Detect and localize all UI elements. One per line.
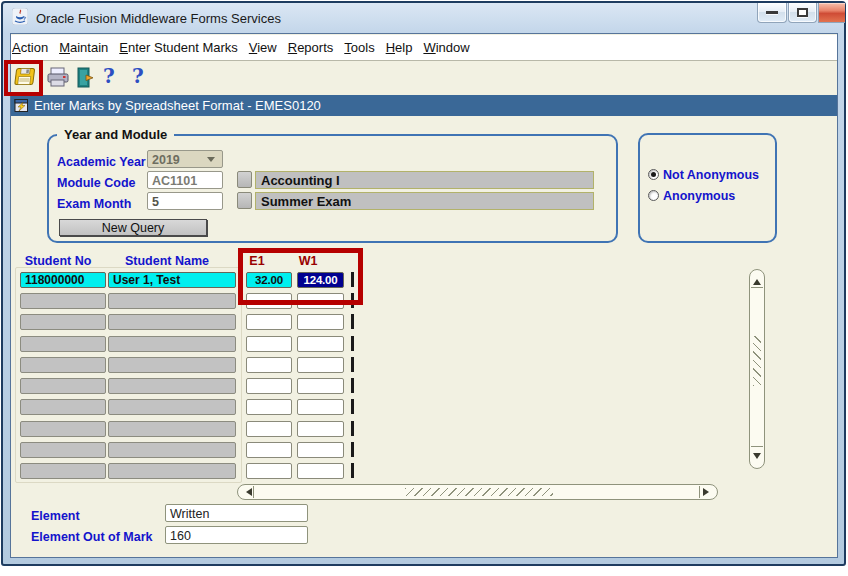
scroll-left-icon[interactable] (242, 488, 252, 496)
print-icon[interactable] (46, 67, 70, 93)
menu-window[interactable]: Window (423, 40, 469, 55)
close-button[interactable] (818, 3, 845, 23)
student-name-cell[interactable] (108, 336, 236, 352)
w1-mark-cell[interactable] (297, 399, 344, 415)
w1-mark-cell[interactable] (297, 336, 344, 352)
menu-reports[interactable]: Reports (288, 40, 334, 55)
next-column-edge (351, 442, 354, 457)
student-name-cell[interactable] (108, 314, 236, 330)
next-column-edge (351, 357, 354, 372)
menu-view[interactable]: View (249, 40, 277, 55)
student-no-cell[interactable] (20, 421, 106, 437)
form-titlebar: Enter Marks by Spreadsheet Format - EMES… (11, 95, 837, 116)
w1-mark-cell[interactable] (297, 442, 344, 458)
element-out-of-mark-label: Element Out of Mark (31, 530, 153, 544)
student-no-cell[interactable] (20, 314, 106, 330)
w1-mark-cell[interactable] (297, 463, 344, 479)
next-column-edge (351, 378, 354, 393)
element-out-of-mark-field[interactable]: 160 (165, 526, 308, 544)
menu-maintain[interactable]: Maintain (59, 40, 108, 55)
student-name-cell[interactable] (108, 463, 236, 479)
column-header-student-name: Student Name (103, 254, 231, 268)
scroll-up-icon[interactable] (753, 275, 761, 285)
student-name-cell[interactable] (108, 378, 236, 394)
menu-enter-student-marks[interactable]: Enter Student Marks (119, 40, 238, 55)
anonymity-groupbox (638, 133, 777, 243)
window-title: Oracle Fusion Middleware Forms Services (36, 11, 281, 26)
year-module-group-title: Year and Module (57, 127, 174, 142)
w1-mark-cell[interactable] (297, 314, 344, 330)
not-anonymous-label: Not Anonymous (663, 168, 759, 182)
anonymous-radio[interactable] (648, 190, 659, 201)
e1-mark-cell[interactable] (246, 314, 292, 330)
new-query-button[interactable]: New Query (59, 219, 207, 236)
student-no-cell[interactable] (20, 357, 106, 373)
exam-month-lov-button[interactable] (237, 192, 252, 209)
scrollbar-grip[interactable] (405, 488, 553, 496)
student-no-cell[interactable] (20, 336, 106, 352)
e1-mark-cell[interactable] (246, 399, 292, 415)
minimize-button[interactable] (757, 3, 787, 23)
not-anonymous-radio[interactable] (648, 169, 659, 180)
chevron-down-icon[interactable] (207, 157, 215, 166)
student-name-cell[interactable] (108, 293, 236, 309)
e1-mark-cell[interactable] (246, 336, 292, 352)
radio-dot (651, 172, 656, 177)
e1-mark-cell[interactable] (246, 463, 292, 479)
student-no-cell[interactable] (20, 399, 106, 415)
anonymous-label: Anonymous (663, 189, 735, 203)
scrollbar-thumb-right (699, 486, 700, 498)
student-no-cell[interactable] (20, 378, 106, 394)
scrollbar-grip[interactable] (753, 336, 761, 386)
scroll-down-icon[interactable] (753, 453, 761, 463)
next-column-edge (351, 314, 354, 329)
exit-icon[interactable] (75, 66, 99, 94)
module-code-field[interactable]: AC1101 (147, 171, 223, 189)
student-no-cell[interactable]: 118000000 (20, 272, 106, 288)
menu-help[interactable]: Help (386, 40, 413, 55)
form-title: Enter Marks by Spreadsheet Format - EMES… (34, 98, 321, 113)
menu-bar: Action Maintain Enter Student Marks View… (11, 35, 837, 61)
exam-month-field[interactable]: 5 (147, 192, 223, 210)
menu-tools[interactable]: Tools (344, 40, 374, 55)
student-name-cell[interactable]: User 1, Test (108, 272, 236, 288)
screenshot-root: Oracle Fusion Middleware Forms Services … (0, 0, 848, 576)
exam-month-label: Exam Month (57, 197, 131, 211)
w1-mark-cell[interactable] (297, 421, 344, 437)
next-column-edge (351, 336, 354, 351)
student-name-cell[interactable] (108, 399, 236, 415)
student-no-cell[interactable] (20, 442, 106, 458)
element-field[interactable]: Written (165, 504, 308, 522)
maximize-button[interactable] (788, 3, 817, 23)
java-icon (12, 8, 28, 29)
restore-icon (797, 8, 808, 17)
menu-action[interactable]: Action (12, 40, 48, 55)
vertical-scrollbar[interactable] (749, 269, 765, 469)
student-no-cell[interactable] (20, 293, 106, 309)
annotation-box-marks (238, 248, 363, 305)
e1-mark-cell[interactable] (246, 378, 292, 394)
column-header-student-no: Student No (15, 254, 101, 268)
help-alt-icon[interactable]: ? (132, 64, 144, 88)
module-code-lov-button[interactable] (237, 171, 252, 188)
w1-mark-cell[interactable] (297, 357, 344, 373)
e1-mark-cell[interactable] (246, 421, 292, 437)
scrollbar-thumb-top (751, 287, 763, 288)
student-name-cell[interactable] (108, 357, 236, 373)
horizontal-scrollbar[interactable] (237, 484, 718, 500)
student-name-cell[interactable] (108, 442, 236, 458)
w1-mark-cell[interactable] (297, 378, 344, 394)
minimize-icon (766, 11, 778, 14)
next-column-edge (351, 421, 354, 436)
e1-mark-cell[interactable] (246, 442, 292, 458)
e1-mark-cell[interactable] (246, 357, 292, 373)
scrollbar-thumb-left (253, 486, 254, 498)
student-no-cell[interactable] (20, 463, 106, 479)
student-name-cell[interactable] (108, 421, 236, 437)
scroll-right-icon[interactable] (703, 488, 713, 496)
scrollbar-thumb-bottom (751, 446, 763, 447)
next-column-edge (351, 399, 354, 414)
annotation-box-save (4, 60, 43, 96)
form-window-icon (14, 98, 29, 113)
help-icon[interactable]: ? (103, 64, 115, 88)
